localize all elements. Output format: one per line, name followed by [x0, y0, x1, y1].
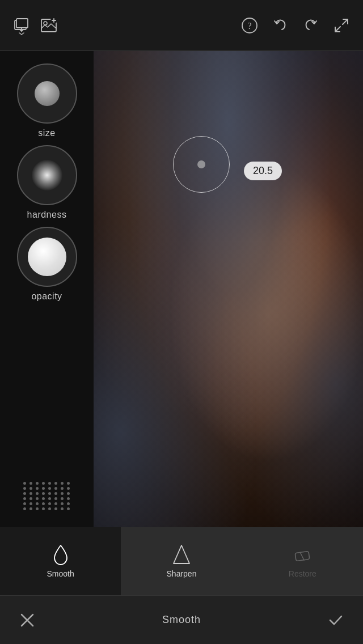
layers-icon[interactable] [11, 15, 32, 36]
svg-rect-1 [16, 19, 28, 28]
brush-pattern-dot [61, 482, 64, 485]
opacity-circle-container[interactable] [16, 226, 78, 288]
brush-pattern-dot [36, 492, 39, 495]
restore-label: Restore [289, 569, 316, 578]
confirm-button[interactable] [326, 610, 346, 630]
hardness-circle-container[interactable] [16, 144, 78, 206]
portrait-image [94, 51, 363, 527]
canvas-area[interactable]: 20.5 [94, 51, 363, 527]
brush-pattern-dot [48, 482, 51, 485]
brush-pattern-dot [48, 502, 51, 505]
brush-pattern-dot [67, 487, 70, 490]
toolbar-right: ? [239, 15, 352, 36]
opacity-circle[interactable] [17, 227, 77, 287]
hardness-label: hardness [27, 210, 67, 220]
brush-pattern-dot [54, 482, 57, 485]
hardness-dot [32, 160, 62, 190]
brush-pattern-dot [61, 502, 64, 505]
size-dot [35, 81, 60, 106]
tool-title: Smooth [162, 614, 201, 626]
brush-pattern-dot [61, 492, 64, 495]
smooth-icon [50, 544, 71, 565]
brush-pattern-dot [23, 507, 26, 510]
brush-pattern-dot [42, 482, 45, 485]
brush-pattern-dot [36, 497, 39, 500]
svg-text:?: ? [247, 21, 251, 31]
brush-pattern-dot [48, 487, 51, 490]
opacity-label: opacity [31, 291, 62, 302]
brush-pattern-dot [42, 507, 45, 510]
smooth-label: Smooth [47, 569, 74, 578]
image-icon[interactable] [39, 15, 59, 36]
bottom-bar: Smooth [0, 595, 363, 644]
brush-pattern-dot [36, 482, 39, 485]
brush-pattern-dot [42, 487, 45, 490]
help-icon[interactable]: ? [239, 15, 260, 36]
brush-panel: size hardness opacity [0, 51, 94, 527]
sharpen-icon [171, 544, 192, 565]
brush-pattern-dot [48, 492, 51, 495]
brush-pattern-dot [61, 497, 64, 500]
brush-pattern-dot [29, 497, 32, 500]
toolbar-left [11, 15, 59, 36]
brush-pattern-dot [36, 507, 39, 510]
brush-pattern-dot [29, 487, 32, 490]
brush-pattern-dot [23, 497, 26, 500]
brush-pattern-dot [42, 492, 45, 495]
brush-pattern-dot [36, 487, 39, 490]
size-label: size [38, 128, 55, 138]
size-circle-container[interactable] [16, 62, 78, 125]
opacity-dot [28, 238, 66, 276]
brush-pattern-dot [54, 492, 57, 495]
brush-pattern-dot [23, 502, 26, 505]
tool-sharpen[interactable]: Sharpen [121, 527, 242, 595]
restore-icon [292, 544, 313, 565]
brush-pattern-dot [42, 502, 45, 505]
brush-pattern-dot [48, 507, 51, 510]
brush-pattern-dot [67, 492, 70, 495]
brush-pattern-dot [23, 482, 26, 485]
brush-pattern-dot [48, 497, 51, 500]
tool-smooth[interactable]: Smooth [0, 527, 121, 595]
expand-icon[interactable] [331, 15, 352, 36]
brush-pattern-dot [29, 507, 32, 510]
brush-pattern-dot [42, 497, 45, 500]
brush-pattern-dot [29, 502, 32, 505]
brush-pattern-dot [23, 492, 26, 495]
redo-icon[interactable] [301, 15, 321, 36]
tool-selector: Smooth Sharpen Restore [0, 527, 363, 595]
brush-pattern-dot [29, 492, 32, 495]
brush-pattern-dot [67, 497, 70, 500]
brush-pattern-dot [61, 487, 64, 490]
brush-pattern-dot [54, 502, 57, 505]
svg-point-3 [44, 22, 47, 25]
undo-icon[interactable] [270, 15, 290, 36]
tool-restore[interactable]: Restore [242, 527, 363, 595]
size-control: size [0, 62, 94, 138]
opacity-control: opacity [0, 226, 94, 302]
cancel-button[interactable] [17, 610, 37, 630]
hardness-circle[interactable] [17, 145, 77, 205]
hardness-control: hardness [0, 144, 94, 220]
size-circle[interactable] [17, 63, 77, 124]
brush-pattern-dot [61, 507, 64, 510]
brush-value-badge: 20.5 [244, 162, 282, 180]
toolbar: ? [0, 0, 363, 51]
main-area: size hardness opacity [0, 51, 363, 527]
brush-pattern-dot [54, 497, 57, 500]
brush-pattern-dot [29, 482, 32, 485]
brush-pattern-grid[interactable] [23, 482, 71, 522]
brush-pattern-dot [54, 487, 57, 490]
sharpen-label: Sharpen [167, 569, 197, 578]
brush-pattern-dot [23, 487, 26, 490]
brush-pattern-dot [67, 482, 70, 485]
brush-pattern-dot [67, 502, 70, 505]
brush-pattern-dot [36, 502, 39, 505]
brush-pattern-dot [54, 507, 57, 510]
brush-pattern-dot [67, 507, 70, 510]
